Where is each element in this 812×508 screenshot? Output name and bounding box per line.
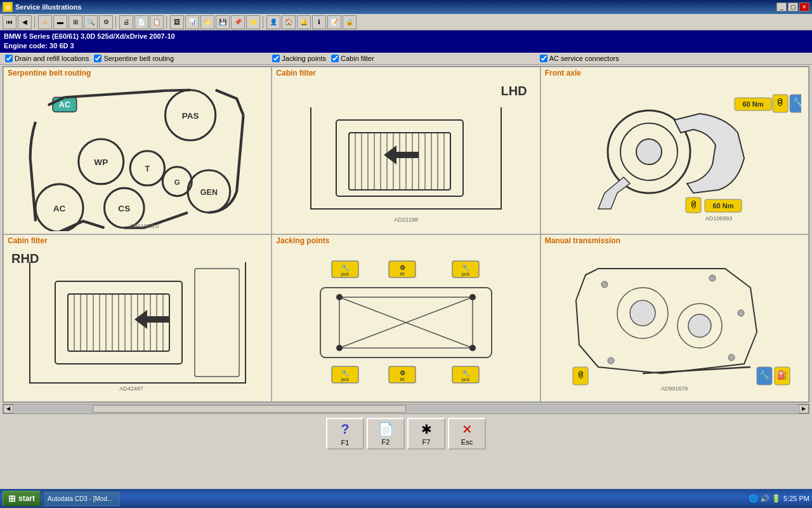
folder-button[interactable]: 📁	[200, 15, 214, 29]
warning-button[interactable]: ⚠	[38, 15, 52, 29]
illus-cabin-rhd-body: RHD	[4, 246, 271, 399]
image-button[interactable]: 🖼	[170, 15, 184, 29]
front-axle-diagram: 60 Nm 🛢 🔧 60 Nm 🛢 AD	[547, 82, 801, 228]
f1-button[interactable]: ? F1	[326, 418, 364, 450]
bookmark-button[interactable]: 📌	[231, 15, 245, 29]
svg-point-97	[630, 300, 655, 326]
serpentine-checkbox[interactable]	[94, 55, 102, 62]
network-icon: 🌐	[749, 494, 758, 503]
f7-button[interactable]: ✱ F7	[407, 418, 445, 450]
illus-manual-trans-title: Manual transmission	[541, 235, 808, 246]
serpentine-diagram: AC PAS WP T G	[4, 79, 271, 231]
svg-marker-34	[384, 145, 419, 164]
svg-point-74	[336, 294, 343, 300]
cb-cabin: Cabin filter	[331, 55, 374, 62]
svg-point-100	[601, 281, 608, 288]
jacking-diagram: 🔧 jack ⚙ lift 🔧 jack 🔧 jack	[282, 250, 530, 396]
svg-point-99	[688, 314, 711, 337]
cb-group-left: Drain and refill locations Serpentine be…	[5, 55, 272, 62]
svg-text:⚙: ⚙	[399, 370, 405, 377]
svg-text:AD991679: AD991679	[661, 385, 688, 392]
jacking-checkbox[interactable]	[272, 55, 280, 62]
illus-manual-trans: Manual transmission	[540, 234, 809, 402]
cb-group-mid: Jacking points Cabin filter	[272, 55, 539, 62]
svg-text:⚙: ⚙	[399, 264, 405, 271]
more-btn-4[interactable]: ℹ	[312, 15, 326, 29]
svg-text:jack: jack	[461, 377, 470, 382]
save-button[interactable]: 💾	[216, 15, 230, 29]
illus-jacking-title: Jacking points	[272, 235, 539, 246]
illus-cabin-lhd-body: LHD	[272, 79, 539, 231]
svg-text:60 Nm: 60 Nm	[743, 100, 764, 108]
cabin-lhd-diagram: AD22198	[285, 82, 527, 228]
more-btn-3[interactable]: 🔔	[297, 15, 311, 29]
scroll-thumb[interactable]	[93, 405, 406, 413]
svg-text:jack: jack	[461, 272, 470, 277]
scroll-right-button[interactable]: ▶	[799, 404, 809, 413]
nav-prev-button[interactable]: ◀	[18, 15, 32, 29]
illus-front-axle: Front axle 60 Nm	[540, 67, 809, 234]
illus-serpentine-title: Serpentine belt routing	[4, 67, 271, 79]
illustrations-grid: Serpentine belt routing AC PAS WP	[3, 66, 809, 403]
svg-text:⛽: ⛽	[777, 370, 788, 380]
svg-point-102	[738, 310, 744, 316]
window-controls: _ ▢ ✕	[776, 3, 809, 11]
illus-jacking: Jacking points	[272, 234, 540, 402]
minimize-button[interactable]: _	[776, 3, 787, 11]
copy-button[interactable]: 📋	[150, 15, 164, 29]
drain-label: Drain and refill locations	[15, 55, 89, 62]
drain-checkbox[interactable]	[5, 55, 13, 62]
f7-icon: ✱	[421, 422, 432, 437]
svg-text:AD11693.0: AD11693.0	[129, 222, 159, 229]
svg-point-101	[709, 275, 716, 281]
jacking-label: Jacking points	[282, 55, 326, 62]
doc-button[interactable]: 📄	[134, 15, 148, 29]
print-button[interactable]: 🖨	[119, 15, 133, 29]
svg-marker-68	[134, 310, 169, 329]
svg-text:AC: AC	[59, 100, 70, 109]
toolbar-separator	[34, 16, 36, 29]
battery-icon: 🔋	[771, 494, 781, 503]
more-btn-1[interactable]: 👤	[266, 15, 280, 29]
svg-text:PAS: PAS	[182, 110, 199, 120]
taskbar: ⊞ start Autodata CD3 - [Mod... 🌐 🔊 🔋 5:2…	[0, 489, 812, 508]
illus-cabin-lhd: Cabin filter LHD	[272, 67, 540, 234]
settings-button[interactable]: ⚙	[99, 15, 113, 29]
maximize-button[interactable]: ▢	[788, 3, 798, 11]
svg-text:lift: lift	[400, 272, 404, 276]
chart-button[interactable]: 📊	[185, 15, 199, 29]
app-icon: ⚙	[3, 2, 13, 12]
svg-text:T: T	[145, 164, 150, 173]
close-button[interactable]: ✕	[799, 3, 809, 11]
ac-checkbox[interactable]	[540, 55, 547, 62]
start-button[interactable]: ⊞ start	[3, 491, 41, 506]
vehicle-line1: BMW 5 Series (E60/61) 3,0D 525d/Xd/xDriv…	[4, 32, 808, 41]
layout-button[interactable]: ▬	[53, 15, 67, 29]
svg-text:jack: jack	[341, 377, 350, 382]
grid-button[interactable]: ⊞	[69, 15, 82, 29]
esc-button[interactable]: ✕ Esc	[448, 418, 486, 450]
vehicle-line2: Engine code: 30 6D 3	[4, 41, 808, 51]
svg-text:jack: jack	[341, 272, 350, 277]
cabin-checkbox[interactable]	[331, 55, 339, 62]
f2-icon: 📄	[378, 422, 394, 437]
svg-text:🛢: 🛢	[690, 200, 698, 210]
system-tray: 🌐 🔊 🔋	[749, 494, 781, 503]
star-button[interactable]: ⭐	[246, 15, 260, 29]
taskbar-autodata-item[interactable]: Autodata CD3 - [Mod...	[43, 491, 119, 506]
f2-button[interactable]: 📄 F2	[367, 418, 405, 450]
illus-cabin-rhd-title: Cabin filter	[4, 235, 271, 246]
rhd-label: RHD	[11, 251, 39, 266]
f7-label: F7	[422, 438, 431, 446]
more-btn-2[interactable]: 🏠	[282, 15, 296, 29]
cabin-rhd-diagram: AD42497	[17, 250, 258, 396]
search-button[interactable]: 🔍	[84, 15, 98, 29]
toolbar-separator-3	[166, 16, 167, 29]
scroll-left-button[interactable]: ◀	[3, 404, 13, 413]
svg-text:🔧: 🔧	[792, 97, 802, 108]
nav-first-button[interactable]: ⏮	[3, 15, 16, 29]
svg-text:AD106993: AD106993	[705, 215, 733, 222]
more-btn-5[interactable]: 📝	[327, 15, 341, 29]
esc-label: Esc	[461, 438, 473, 446]
more-btn-6[interactable]: 🔒	[343, 15, 357, 29]
